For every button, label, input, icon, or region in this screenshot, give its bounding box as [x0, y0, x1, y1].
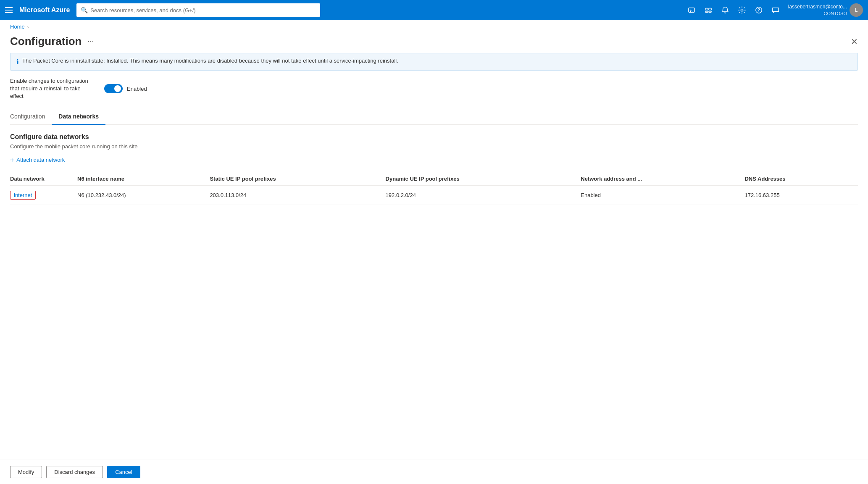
discard-changes-button[interactable]: Discard changes: [46, 466, 103, 478]
tab-configuration[interactable]: Configuration: [10, 109, 52, 125]
attach-plus-icon: +: [10, 156, 14, 164]
cell-n6-interface: N6 (10.232.43.0/24): [77, 185, 210, 205]
cell-network-address: Enabled: [581, 185, 744, 205]
bell-icon[interactable]: [718, 3, 733, 18]
toggle-status: Enabled: [127, 86, 147, 92]
search-icon: 🔍: [81, 7, 88, 13]
user-name: lassebertrasmen@conto...: [788, 4, 847, 11]
section-title: Configure data networks: [10, 133, 858, 141]
breadcrumb-home[interactable]: Home: [10, 24, 25, 30]
col-static-ue: Static UE IP pool prefixes: [210, 172, 385, 186]
svg-rect-2: [709, 8, 711, 11]
svg-point-5: [741, 9, 743, 11]
table-header-row: Data network N6 interface name Static UE…: [10, 172, 858, 186]
avatar: L: [850, 3, 863, 17]
svg-rect-4: [709, 11, 711, 13]
svg-rect-1: [705, 8, 708, 11]
main-content: ℹ The Packet Core is in install state: I…: [0, 53, 868, 460]
feedback-icon[interactable]: [768, 3, 783, 18]
data-networks-table: Data network N6 interface name Static UE…: [10, 172, 858, 205]
banner-text: The Packet Core is in install state: Ins…: [22, 58, 398, 64]
network-link[interactable]: internet: [10, 191, 36, 200]
breadcrumb: Home ›: [0, 20, 868, 33]
svg-rect-0: [689, 8, 694, 13]
info-icon: ℹ: [16, 58, 19, 66]
page-header: Configuration ··· ✕: [0, 33, 868, 53]
user-org: CONTOSO: [788, 11, 847, 16]
toggle-label: Enable changes to configuration that req…: [10, 77, 94, 100]
attach-data-network-button[interactable]: + Attach data network: [10, 156, 65, 164]
tab-data-networks[interactable]: Data networks: [52, 109, 105, 125]
table-row: internet N6 (10.232.43.0/24) 203.0.113.0…: [10, 185, 858, 205]
cloud-shell-icon[interactable]: [684, 3, 699, 18]
cell-dns: 172.16.63.255: [744, 185, 858, 205]
col-data-network: Data network: [10, 172, 77, 186]
breadcrumb-chevron: ›: [27, 24, 29, 29]
cell-dynamic-ue: 192.0.2.0/24: [386, 185, 581, 205]
search-bar-container: 🔍: [76, 3, 320, 17]
ellipsis-button[interactable]: ···: [86, 35, 95, 47]
page-title: Configuration: [10, 35, 82, 48]
svg-point-7: [758, 11, 759, 12]
settings-icon[interactable]: [734, 3, 750, 18]
cell-static-ue: 203.0.113.0/24: [210, 185, 385, 205]
azure-logo: Microsoft Azure: [19, 6, 70, 14]
tabs: Configuration Data networks: [10, 109, 858, 125]
svg-rect-3: [705, 11, 708, 13]
col-dynamic-ue: Dynamic UE IP pool prefixes: [386, 172, 581, 186]
modify-button[interactable]: Modify: [10, 466, 42, 478]
cell-data-network: internet: [10, 185, 77, 205]
toggle-row: Enable changes to configuration that req…: [10, 77, 858, 100]
user-info[interactable]: lassebertrasmen@conto... CONTOSO L: [788, 3, 863, 17]
top-nav: Microsoft Azure 🔍 lassebertrasmen@conto.…: [0, 0, 868, 20]
hamburger-menu[interactable]: [5, 7, 13, 13]
col-n6-interface: N6 interface name: [77, 172, 210, 186]
footer: Modify Discard changes Cancel: [0, 460, 868, 484]
col-dns: DNS Addresses: [744, 172, 858, 186]
search-input[interactable]: [90, 7, 316, 13]
directory-icon[interactable]: [701, 3, 716, 18]
attach-label: Attach data network: [16, 157, 65, 163]
cancel-button[interactable]: Cancel: [107, 466, 140, 478]
nav-icons: [684, 3, 783, 18]
info-banner: ℹ The Packet Core is in install state: I…: [10, 53, 858, 71]
help-icon[interactable]: [751, 3, 766, 18]
col-network-address: Network address and ...: [581, 172, 744, 186]
close-button[interactable]: ✕: [851, 37, 858, 47]
section-description: Configure the mobile packet core running…: [10, 143, 858, 150]
enable-toggle[interactable]: [104, 84, 123, 93]
